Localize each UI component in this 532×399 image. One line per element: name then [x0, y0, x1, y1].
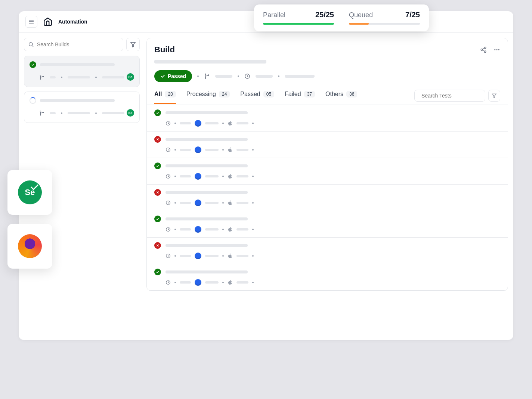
test-row[interactable]: [147, 211, 508, 238]
firefox-card: [7, 224, 52, 269]
build-card[interactable]: Se: [24, 92, 140, 123]
status-failed-icon: [154, 136, 161, 143]
tab-label: All: [154, 91, 162, 98]
placeholder-line: [236, 202, 248, 204]
menu-button[interactable]: [25, 16, 37, 28]
build-panel: Build Passed: [146, 38, 508, 291]
dot-separator: [238, 75, 239, 77]
clock-icon: [166, 147, 171, 152]
status-passed-icon: [154, 109, 161, 116]
selenium-badge: Se: [127, 109, 134, 117]
clock-icon: [166, 200, 171, 205]
test-row[interactable]: [147, 238, 508, 264]
tab-processing[interactable]: Processing 24: [186, 91, 230, 104]
placeholder-line: [256, 75, 273, 78]
placeholder-line: [166, 217, 248, 220]
more-button[interactable]: [494, 46, 500, 53]
test-row[interactable]: [147, 132, 508, 158]
tab-all[interactable]: All 20: [154, 91, 176, 104]
svg-line-16: [482, 50, 484, 51]
placeholder-line: [205, 281, 219, 284]
check-icon: [160, 74, 166, 79]
apple-icon: [228, 147, 233, 153]
test-row[interactable]: [147, 264, 508, 291]
stat-label: Queued: [349, 11, 373, 19]
svg-point-14: [484, 51, 486, 53]
build-card[interactable]: Se: [24, 56, 140, 87]
clock-icon: [166, 121, 171, 126]
dot-separator: [197, 75, 199, 77]
dot-separator: [222, 123, 224, 124]
placeholder-line: [68, 112, 90, 114]
selenium-icon: Se: [18, 180, 42, 204]
svg-point-6: [40, 75, 41, 76]
dot-separator: [252, 282, 254, 283]
firefox-icon: [18, 234, 42, 258]
svg-point-13: [481, 49, 483, 51]
progress-fill: [263, 23, 334, 25]
svg-marker-26: [492, 94, 497, 98]
dot-separator: [174, 149, 176, 151]
search-builds-input[interactable]: [24, 38, 123, 51]
search-tests-field[interactable]: [421, 93, 487, 99]
placeholder-line: [205, 149, 219, 151]
placeholder-line: [236, 149, 248, 151]
stats-card: Parallel 25/25 Queued 7/25: [254, 4, 429, 31]
dot-separator: [174, 123, 176, 124]
selenium-badge: Se: [127, 73, 134, 81]
status-failed-icon: [154, 242, 161, 249]
svg-point-20: [205, 74, 206, 75]
filter-builds-button[interactable]: [126, 38, 140, 51]
app-window: Automation: [19, 11, 513, 340]
test-row[interactable]: [147, 158, 508, 185]
test-row[interactable]: [147, 185, 508, 211]
test-row[interactable]: [147, 105, 508, 132]
placeholder-line: [236, 255, 248, 257]
dot-separator: [222, 255, 224, 257]
build-status-pill: Passed: [154, 70, 192, 82]
filter-tests-button[interactable]: [488, 90, 500, 102]
placeholder-line: [180, 255, 191, 257]
placeholder-line: [166, 191, 248, 194]
placeholder-line: [166, 244, 248, 247]
placeholder-line: [236, 228, 248, 231]
placeholder-line: [102, 112, 124, 114]
placeholder-line: [180, 175, 191, 177]
placeholder-line: [40, 99, 115, 102]
tab-label: Processing: [186, 91, 216, 98]
placeholder-line: [205, 255, 219, 257]
placeholder-line: [180, 228, 191, 231]
search-builds-field[interactable]: [37, 41, 119, 47]
brand-title: Automation: [58, 19, 87, 25]
svg-line-4: [32, 46, 33, 47]
placeholder-line: [236, 281, 248, 284]
dot-separator: [222, 229, 224, 230]
build-status-label: Passed: [168, 73, 186, 79]
logo-icon: [43, 17, 53, 27]
dot-separator: [95, 112, 97, 114]
placeholder-line: [205, 122, 219, 124]
svg-point-18: [497, 49, 498, 50]
dot-separator: [95, 77, 97, 78]
build-title: Build: [154, 45, 175, 55]
dot-separator: [174, 255, 176, 257]
float-cards: Se: [7, 170, 52, 269]
branch-icon: [39, 111, 44, 116]
share-button[interactable]: [480, 46, 487, 53]
selenium-card: Se: [7, 170, 52, 215]
tab-failed[interactable]: Failed 37: [285, 91, 315, 104]
safari-icon: [195, 279, 201, 286]
placeholder-line: [215, 75, 232, 78]
tab-label: Others: [325, 91, 343, 98]
stat-value: 7/25: [405, 10, 420, 19]
tab-passed[interactable]: Passed 05: [240, 91, 274, 104]
search-tests-input[interactable]: [414, 90, 485, 102]
status-passed-icon: [30, 61, 36, 68]
svg-point-12: [484, 47, 486, 49]
tab-others[interactable]: Others 36: [325, 91, 357, 104]
branch-icon: [204, 73, 210, 79]
tab-count: 05: [263, 91, 274, 98]
svg-point-21: [205, 78, 206, 79]
dot-separator: [252, 255, 254, 257]
svg-point-17: [494, 49, 495, 50]
